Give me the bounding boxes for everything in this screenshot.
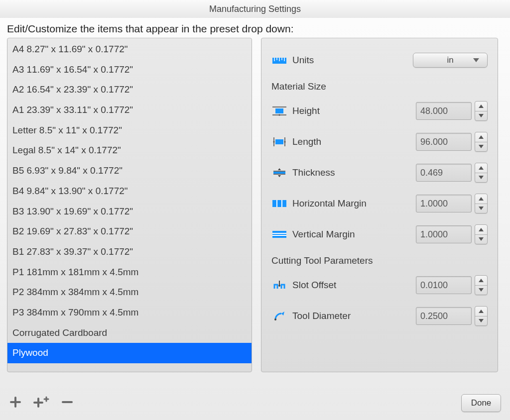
preset-row[interactable]: B2 19.69" x 27.83" x 0.1772" xyxy=(7,221,252,242)
units-row: Units in xyxy=(271,47,488,73)
remove-preset-button[interactable] xyxy=(61,396,74,411)
units-dropdown[interactable]: in xyxy=(413,53,488,68)
svg-point-27 xyxy=(278,285,280,287)
preset-row[interactable]: P2 384mm x 384mm x 4.5mm xyxy=(7,282,252,303)
length-stepper[interactable] xyxy=(475,132,488,152)
svg-point-13 xyxy=(273,141,275,143)
slot-offset-label: Slot Offset xyxy=(292,280,416,291)
height-stepper[interactable] xyxy=(475,101,488,121)
slot-offset-row: Slot Offset 0.0100 xyxy=(271,272,488,298)
length-icon xyxy=(271,135,287,148)
height-icon xyxy=(271,105,287,117)
tool-diameter-label: Tool Diameter xyxy=(292,311,416,321)
vertical-margin-stepper[interactable] xyxy=(475,224,488,244)
thickness-label: Thickness xyxy=(292,167,416,178)
manufacturing-settings-window: Manufacturing Settings Edit/Customize th… xyxy=(0,0,510,420)
preset-row[interactable]: Plywood xyxy=(7,343,252,363)
preset-row[interactable]: B1 27.83" x 39.37" x 0.1772" xyxy=(7,242,252,262)
slot-offset-icon xyxy=(271,279,287,292)
add-preset-button[interactable] xyxy=(9,396,22,411)
preset-row[interactable]: Legal 8.5" x 14" x 0.1772" xyxy=(7,140,252,161)
svg-point-29 xyxy=(274,318,276,320)
thickness-stepper[interactable] xyxy=(475,163,488,183)
stepper-up[interactable] xyxy=(475,307,487,316)
thickness-input[interactable]: 0.469 xyxy=(416,164,472,182)
units-value: in xyxy=(447,55,453,65)
vertical-margin-label: Vertical Margin xyxy=(292,229,416,240)
preset-row[interactable]: P3 384mm x 790mm x 4.5mm xyxy=(7,303,252,323)
stepper-up[interactable] xyxy=(475,163,487,173)
preset-row[interactable]: A2 16.54" x 23.39" x 0.1772" xyxy=(7,80,252,100)
preset-row[interactable]: A3 11.69" x 16.54" x 0.1772" xyxy=(7,60,252,80)
svg-marker-28 xyxy=(281,312,284,315)
chevron-down-icon xyxy=(473,58,479,62)
ruler-icon xyxy=(271,54,287,67)
stepper-down[interactable] xyxy=(475,286,487,295)
stepper-down[interactable] xyxy=(475,235,487,244)
stepper-up[interactable] xyxy=(475,132,487,142)
stepper-up[interactable] xyxy=(475,276,487,286)
preset-list[interactable]: A4 8.27" x 11.69" x 0.1772"A3 11.69" x 1… xyxy=(7,38,252,372)
svg-rect-20 xyxy=(272,200,286,207)
stepper-up[interactable] xyxy=(475,225,487,235)
svg-marker-18 xyxy=(278,168,281,170)
stepper-down[interactable] xyxy=(475,111,487,121)
stepper-up[interactable] xyxy=(475,102,487,111)
height-label: Height xyxy=(292,105,416,116)
horizontal-margin-stepper[interactable] xyxy=(475,194,488,213)
material-size-heading: Material Size xyxy=(271,81,488,92)
horizontal-margin-row: Horizontal Margin 1.0000 xyxy=(271,191,488,216)
svg-point-9 xyxy=(279,114,280,116)
svg-rect-10 xyxy=(275,139,283,144)
length-input[interactable]: 96.000 xyxy=(416,133,472,151)
vertical-margin-row: Vertical Margin 1.0000 xyxy=(271,221,488,247)
stepper-down[interactable] xyxy=(475,142,487,152)
preset-row[interactable]: Corrugated Cardboard xyxy=(7,323,252,343)
footer: Done xyxy=(0,386,510,420)
cutting-tool-heading: Cutting Tool Parameters xyxy=(271,255,488,266)
height-input[interactable]: 48.000 xyxy=(416,102,472,120)
done-button[interactable]: Done xyxy=(461,394,501,412)
tool-diameter-input[interactable]: 0.2500 xyxy=(416,307,472,325)
tool-diameter-icon xyxy=(271,310,287,322)
vertical-margin-icon xyxy=(271,228,287,241)
vertical-margin-input[interactable]: 1.0000 xyxy=(416,225,472,243)
preset-row[interactable]: B3 13.90" x 19.69" x 0.1772" xyxy=(7,202,252,222)
length-row: Length 96.000 xyxy=(271,129,488,155)
tool-diameter-stepper[interactable] xyxy=(475,306,488,326)
duplicate-preset-button[interactable] xyxy=(33,396,50,411)
preset-row[interactable]: A4 8.27" x 11.69" x 0.1772" xyxy=(7,39,252,60)
footer-left xyxy=(9,396,74,411)
svg-point-14 xyxy=(284,141,286,143)
stepper-down[interactable] xyxy=(475,173,487,183)
thickness-row: Thickness 0.469 xyxy=(271,160,488,186)
preset-row[interactable]: B5 6.93" x 9.84" x 0.1772" xyxy=(7,161,252,181)
svg-marker-19 xyxy=(278,175,281,177)
svg-rect-23 xyxy=(272,231,286,238)
units-label: Units xyxy=(292,55,413,66)
svg-rect-6 xyxy=(275,108,283,113)
preset-row[interactable]: A1 23.39" x 33.11" x 0.1772" xyxy=(7,100,252,120)
detail-panel: Units in Material Size Height xyxy=(261,38,498,372)
svg-rect-17 xyxy=(273,172,285,174)
main-area: A4 8.27" x 11.69" x 0.1772"A3 11.69" x 1… xyxy=(0,38,510,386)
preset-row[interactable]: P1 181mm x 181mm x 4.5mm xyxy=(7,262,252,283)
preset-row[interactable]: B4 9.84" x 13.90" x 0.1772" xyxy=(7,181,252,202)
slot-offset-stepper[interactable] xyxy=(475,275,488,295)
horizontal-margin-label: Horizontal Margin xyxy=(292,198,416,209)
subtitle-label: Edit/Customize the items that appear in … xyxy=(0,18,510,38)
window-title: Manufacturing Settings xyxy=(0,0,510,18)
horizontal-margin-input[interactable]: 1.0000 xyxy=(416,195,472,212)
height-row: Height 48.000 xyxy=(271,98,488,124)
tool-diameter-row: Tool Diameter 0.2500 xyxy=(271,303,488,329)
slot-offset-input[interactable]: 0.0100 xyxy=(416,276,472,294)
thickness-icon xyxy=(271,166,287,179)
stepper-up[interactable] xyxy=(475,194,487,204)
stepper-down[interactable] xyxy=(475,204,487,213)
length-label: Length xyxy=(292,136,416,147)
horizontal-margin-icon xyxy=(271,197,287,210)
stepper-down[interactable] xyxy=(475,316,487,326)
preset-row[interactable]: Letter 8.5" x 11" x 0.1772" xyxy=(7,120,252,141)
